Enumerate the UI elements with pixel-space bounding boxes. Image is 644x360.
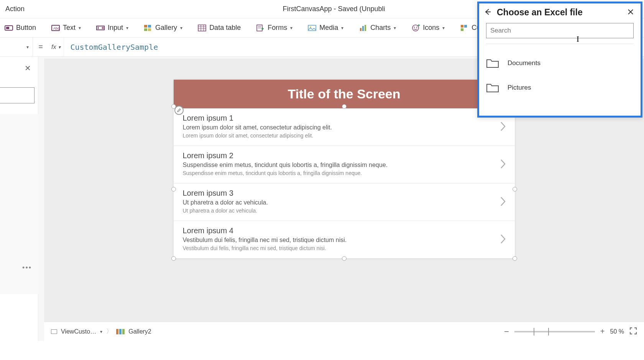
chevron-down-icon: ▾ — [79, 25, 81, 31]
insert-forms[interactable]: Forms▾ — [256, 24, 292, 32]
insert-gallery[interactable]: Gallery▾ — [144, 24, 182, 32]
svg-rect-22 — [365, 25, 366, 31]
chevron-right-icon[interactable] — [499, 234, 506, 246]
chevron-down-icon: ▾ — [26, 44, 29, 50]
zoom-slider[interactable] — [514, 331, 595, 332]
item-title: Lorem ipsum 2 — [183, 151, 506, 160]
folder-item[interactable]: Pictures — [486, 75, 634, 100]
selection-handle[interactable] — [342, 104, 347, 109]
tree-search-input[interactable] — [0, 87, 34, 103]
button-icon — [5, 24, 13, 32]
chevron-down-icon[interactable]: ▾ — [100, 329, 102, 334]
panel-title: Choose an Excel file — [497, 7, 621, 18]
fit-to-window-button[interactable] — [629, 327, 637, 336]
insert-charts[interactable]: Charts▾ — [359, 24, 396, 32]
svg-rect-6 — [144, 25, 147, 28]
svg-rect-27 — [464, 25, 467, 28]
breadcrumb-screen[interactable]: ViewCusto… — [61, 328, 96, 335]
selection-handle[interactable] — [171, 187, 176, 191]
zoom-in-button[interactable]: + — [600, 327, 605, 336]
item-body: Suspendisse enim metus, tincidunt quis l… — [183, 170, 506, 176]
app-screen[interactable]: Title of the Screen Lorem ipsum 1Lorem i… — [174, 80, 515, 259]
icons-icon — [411, 24, 420, 32]
choose-excel-panel: Choose an Excel file DocumentsPictures I — [477, 2, 642, 118]
svg-rect-26 — [461, 25, 463, 28]
svg-rect-20 — [360, 28, 361, 31]
chevron-right-icon[interactable] — [499, 121, 506, 133]
chevron-down-icon: ▾ — [341, 25, 343, 31]
zoom-level: 50 % — [610, 328, 624, 335]
item-title: Lorem ipsum 1 — [183, 114, 506, 123]
chevron-down-icon: ▾ — [394, 25, 396, 31]
selection-handle[interactable] — [513, 187, 517, 191]
svg-rect-7 — [148, 25, 151, 28]
close-icon[interactable]: ✕ — [25, 64, 31, 73]
item-subtitle: Vestibulum dui felis, fringilla nec mi s… — [183, 237, 506, 244]
tree-content — [0, 114, 38, 294]
svg-text:Abc: Abc — [53, 26, 59, 30]
gallery-item[interactable]: Lorem ipsum 4Vestibulum dui felis, fring… — [174, 221, 515, 259]
insert-text[interactable]: Abc Text▾ — [51, 24, 81, 32]
chevron-right-icon[interactable] — [499, 159, 506, 171]
insert-text-label: Text — [63, 24, 76, 32]
insert-datatable[interactable]: Data table — [198, 24, 241, 32]
insert-gallery-label: Gallery — [155, 24, 177, 32]
zoom-out-button[interactable]: − — [504, 327, 509, 337]
insert-input[interactable]: Input▾ — [96, 24, 128, 32]
insert-input-label: Input — [108, 24, 123, 32]
folder-item[interactable]: Documents — [486, 51, 634, 75]
gallery-control[interactable]: Lorem ipsum 1Lorem ipsum dolor sit amet,… — [174, 108, 515, 259]
gallery-item[interactable]: Lorem ipsum 2Suspendisse enim metus, tin… — [174, 146, 515, 183]
search-input[interactable] — [486, 23, 634, 38]
chevron-down-icon: ▾ — [290, 25, 292, 31]
chevron-down-icon: ▾ — [180, 25, 182, 31]
svg-point-24 — [414, 26, 415, 28]
svg-rect-18 — [308, 25, 316, 31]
property-selector[interactable]: ▾ — [0, 38, 33, 56]
charts-icon — [359, 24, 367, 32]
svg-rect-10 — [198, 25, 206, 31]
status-bar: ViewCusto… ▾ 〉 Gallery2 − + 50 % — [44, 322, 644, 341]
zoom-controls: − + 50 % — [504, 327, 637, 337]
item-body: Lorem ipsum dolor sit amet, consectetur … — [183, 133, 506, 139]
gallery-icon — [116, 329, 125, 334]
insert-icons[interactable]: Icons▾ — [411, 24, 445, 32]
fx-button[interactable]: fx▾ — [48, 38, 64, 56]
folder-name: Documents — [508, 59, 540, 67]
fx-label: fx — [51, 44, 56, 51]
chevron-down-icon: ▾ — [442, 25, 445, 31]
menu-action[interactable]: Action — [3, 5, 27, 13]
media-icon — [308, 24, 316, 32]
selection-handle[interactable] — [342, 256, 347, 261]
breadcrumb[interactable]: ViewCusto… ▾ 〉 Gallery2 — [51, 327, 151, 335]
chevron-down-icon: ▾ — [58, 44, 61, 50]
insert-button-label: Button — [16, 24, 36, 32]
back-button[interactable] — [484, 8, 491, 17]
gallery-item[interactable]: Lorem ipsum 1Lorem ipsum dolor sit amet,… — [174, 108, 515, 146]
breadcrumb-control[interactable]: Gallery2 — [128, 328, 151, 335]
svg-rect-1 — [6, 27, 9, 29]
item-body: Ut pharetra a dolor ac vehicula. — [183, 208, 506, 214]
item-title: Lorem ipsum 4 — [183, 226, 506, 235]
chevron-right-icon[interactable] — [499, 196, 506, 208]
screen-icon — [51, 329, 57, 334]
selection-handle[interactable] — [171, 256, 176, 261]
insert-button[interactable]: Button — [5, 24, 36, 32]
svg-point-25 — [416, 26, 417, 28]
insert-icons-label: Icons — [423, 24, 439, 32]
insert-charts-label: Charts — [370, 24, 391, 32]
chevron-right-icon: 〉 — [106, 327, 112, 335]
gallery-item[interactable]: Lorem ipsum 3Ut pharetra a dolor ac vehi… — [174, 183, 515, 221]
selection-handle[interactable] — [171, 104, 176, 109]
more-icon[interactable]: ••• — [22, 264, 32, 272]
equals-sign: = — [33, 43, 48, 51]
insert-media[interactable]: Media▾ — [308, 24, 343, 32]
item-subtitle: Lorem ipsum dolor sit amet, consectetur … — [183, 124, 506, 131]
textbox-icon: Abc — [51, 24, 60, 32]
insert-datatable-label: Data table — [209, 24, 241, 32]
tree-panel: ✕ ••• — [0, 57, 38, 341]
close-button[interactable] — [627, 8, 634, 17]
selection-handle[interactable] — [513, 256, 517, 261]
input-icon — [96, 24, 105, 32]
svg-rect-28 — [461, 28, 463, 31]
